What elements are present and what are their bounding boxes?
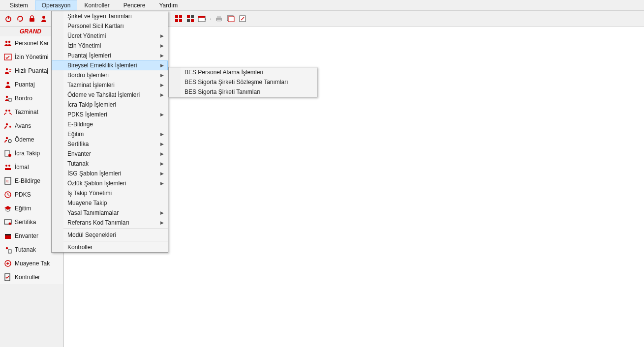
sidebar-item-label: Ödeme — [15, 136, 34, 143]
dd-item-isg[interactable]: İSG Şablon İşlemleri▶ — [63, 169, 168, 178]
menu-kontroller[interactable]: Kontroller — [77, 0, 116, 10]
dd-item-ebildirge[interactable]: E-Bildirge — [63, 119, 168, 129]
svg-point-20 — [5, 41, 7, 43]
dd-item-personel-sicil[interactable]: Personel Sicil Kartları — [63, 21, 168, 31]
submenu-arrow-icon: ▶ — [160, 43, 164, 48]
sidebar-item-label: İcmal — [15, 164, 29, 171]
grid4-icon[interactable] — [186, 14, 195, 23]
sidebar-item-kontroller[interactable]: Kontroller — [0, 270, 63, 284]
sidebar-item-label: İzin Yönetimi — [15, 54, 48, 60]
sub-item-bes-sozlesme[interactable]: BES Sigorta Şirketi Sözleşme Tanımları — [181, 77, 317, 87]
dd-label: Personel Sicil Kartları — [67, 23, 124, 29]
svg-rect-5 — [179, 15, 182, 18]
doc-flag-icon — [4, 149, 12, 157]
dd-label: Ücret Yönetimi — [67, 32, 106, 39]
dd-item-muayene[interactable]: Muayene Takip — [63, 198, 168, 208]
dd-label: Tutanak — [67, 160, 89, 167]
sidebar-item-label: Puantaj — [15, 81, 35, 88]
note-icon[interactable] — [238, 14, 247, 23]
dd-label: Muayene Takip — [67, 200, 107, 206]
dd-item-puantaj[interactable]: Puantaj İşlemleri▶ — [63, 51, 168, 60]
dd-item-ozluk[interactable]: Özlük Şablon İşlemleri▶ — [63, 178, 168, 188]
svg-point-27 — [5, 110, 7, 112]
dd-item-modul[interactable]: Modül Seçenekleri — [63, 230, 168, 240]
menu-sistem[interactable]: Sistem — [3, 0, 35, 10]
sidebar-item-muayene[interactable]: Muayene Tak — [0, 257, 63, 270]
sidebar-item-label: İcra Takip — [15, 150, 40, 157]
dd-item-odeme-tahsilat[interactable]: Ödeme ve Tahsilat İşlemleri▶ — [63, 90, 168, 100]
menu-pencere[interactable]: Pencere — [117, 0, 153, 10]
check-doc-icon — [4, 273, 12, 281]
svg-point-44 — [6, 247, 8, 249]
submenu-arrow-icon: ▶ — [160, 181, 164, 186]
dd-item-ucret[interactable]: Ücret Yönetimi▶ — [63, 31, 168, 41]
svg-point-3 — [42, 16, 45, 19]
certificate-icon — [4, 218, 12, 226]
graduation-icon — [4, 204, 12, 212]
people-money-icon — [4, 108, 12, 116]
grid-squares-icon[interactable] — [174, 14, 183, 23]
document-e-icon: E — [4, 177, 12, 185]
dd-item-bordro[interactable]: Bordro İşlemleri▶ — [63, 70, 168, 80]
lock-icon[interactable] — [28, 14, 36, 23]
submenu-arrow-icon: ▶ — [160, 210, 164, 215]
dd-item-yasal[interactable]: Yasal Tanımlamalar▶ — [63, 208, 168, 218]
dd-item-icra[interactable]: İcra Takip İşlemleri — [63, 100, 168, 110]
svg-point-41 — [9, 223, 11, 225]
submenu-arrow-icon: ▶ — [160, 151, 164, 156]
separator — [63, 241, 168, 241]
svg-rect-11 — [191, 19, 194, 22]
power-icon[interactable] — [4, 14, 13, 23]
dd-item-envanter[interactable]: Envanter▶ — [63, 149, 168, 159]
dd-label: Bireysel Emeklilik İşlemleri — [67, 62, 137, 69]
dd-item-tutanak[interactable]: Tutanak▶ — [63, 159, 168, 169]
svg-point-21 — [8, 41, 10, 43]
dd-item-referans[interactable]: Referans Kod Tanımları▶ — [63, 218, 168, 228]
svg-text:E: E — [6, 179, 9, 183]
sidebar-item-label: Muayene Tak — [15, 260, 50, 267]
separator: · — [210, 15, 212, 22]
svg-rect-13 — [198, 16, 205, 18]
people-icon — [4, 39, 12, 47]
dd-label: PDKS İşlemleri — [67, 111, 107, 118]
menu-yardim[interactable]: Yardım — [152, 0, 184, 10]
sub-item-bes-personel-atama[interactable]: BES Personel Atama İşlemleri — [181, 67, 317, 77]
clock-icon — [4, 191, 12, 199]
menu-operasyon[interactable]: Operasyon — [35, 0, 78, 10]
dd-item-bireysel-emeklilik[interactable]: Bireysel Emeklilik İşlemleri▶ — [52, 60, 168, 70]
people-list-icon — [4, 163, 12, 171]
dd-label: Envanter — [67, 150, 91, 157]
submenu-arrow-icon: ▶ — [160, 53, 164, 58]
dd-label: İSG Şablon İşlemleri — [67, 170, 121, 177]
dd-item-kontroller[interactable]: Kontroller — [63, 242, 168, 252]
brand-label: GRAND — [20, 28, 41, 35]
person-icon — [4, 81, 12, 88]
submenu-arrow-icon: ▶ — [160, 142, 164, 146]
dd-item-is-takip[interactable]: İş Takip Yönetimi — [63, 188, 168, 198]
dd-item-sirket[interactable]: Şirket ve İşyeri Tanımları — [63, 11, 168, 21]
dd-label: Şirket ve İşyeri Tanımları — [67, 13, 132, 20]
dd-item-sertifika[interactable]: Sertifika▶ — [63, 139, 168, 149]
sidebar-item-label: Tazminat — [15, 109, 38, 116]
person-gear-icon — [4, 136, 12, 144]
user-icon[interactable] — [39, 14, 48, 23]
svg-rect-45 — [8, 250, 11, 253]
svg-point-31 — [8, 140, 11, 143]
svg-point-30 — [6, 137, 8, 139]
dd-item-egitim[interactable]: Eğitim▶ — [63, 129, 168, 139]
print-icon[interactable] — [215, 14, 223, 23]
sidebar-item-label: Personel Kar — [15, 40, 49, 47]
dd-item-tazminat[interactable]: Tazminat İşlemleri▶ — [63, 80, 168, 90]
submenu-arrow-icon: ▶ — [160, 92, 164, 97]
calendar-icon[interactable] — [198, 14, 207, 23]
window-icon[interactable] — [226, 14, 235, 23]
svg-rect-10 — [187, 19, 190, 22]
sidebar-item-label: Hızlı Puantaj — [15, 67, 48, 74]
dd-label: Sertifika — [67, 141, 89, 147]
refresh-icon[interactable] — [16, 14, 25, 23]
dd-item-pdks[interactable]: PDKS İşlemleri▶ — [63, 110, 168, 119]
sub-item-bes-sirket[interactable]: BES Sigorta Şirketi Tanımları — [181, 87, 317, 97]
people-fast-icon — [4, 67, 12, 75]
dd-item-izin[interactable]: İzin Yönetimi▶ — [63, 41, 168, 51]
submenu-arrow-icon: ▶ — [160, 171, 164, 176]
